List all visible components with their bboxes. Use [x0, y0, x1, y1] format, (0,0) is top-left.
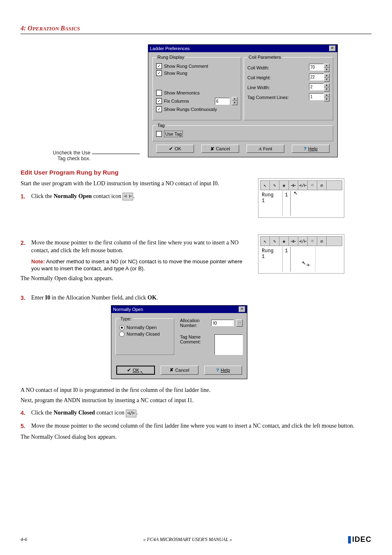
header-rule	[21, 34, 371, 34]
checkbox-fix-columns[interactable]: ✓	[156, 98, 162, 104]
label-fix-columns: Fix Columns	[164, 99, 189, 104]
page-number: 4-6	[21, 537, 27, 543]
after-dialog-text-1: A NO contact of input I0 is programmed i…	[21, 387, 371, 394]
label-show-rung: Show Rung	[164, 71, 187, 76]
step-4-text: Click the Normally Closed contact icon ⊣…	[31, 409, 371, 417]
label-show-mnemonics: Show Mnemonics	[164, 90, 200, 95]
step-2-text: Move the mouse pointer to the first colu…	[31, 239, 251, 255]
close-icon[interactable]: ✕	[239, 306, 245, 312]
rung-number-1: 1	[283, 191, 291, 216]
radio-normally-closed[interactable]	[119, 332, 125, 337]
coil-width-value[interactable]: 70	[309, 64, 324, 71]
rung-diagram-2: ↖ ✎ ◈ ⊣⊢ ⊣/⊢ ○ ⊘ Rung 1 1 ↖⊣⊢	[258, 234, 344, 274]
tool-pencil-icon[interactable]: ✎	[270, 181, 279, 190]
cursor-on-ok-icon: ↖	[140, 370, 143, 375]
toolbar-small-1: ↖ ✎ ◈ ⊣⊢ ⊣/⊢ ○ ⊘	[260, 180, 342, 190]
section-heading: Edit User Program Rung by Rung	[21, 169, 371, 176]
radio-normally-open[interactable]	[119, 325, 125, 330]
dialog-title: Ladder Preferences	[150, 46, 190, 51]
rung-diagram-1: ↖ ✎ ◈ ⊣⊢ ⊣/⊢ ○ ⊘ Rung 1 1 ↖	[258, 178, 344, 218]
tool-pointer-icon[interactable]: ↖	[261, 237, 270, 246]
footer-center: « FC4A MICROSMART USER'S MANUAL »	[143, 537, 232, 543]
rung-display-group: Rung Display ✓Show Rung Comment ✓Show Ru…	[152, 55, 241, 120]
step-number-4: 4.	[21, 409, 28, 417]
coil-width-spinner[interactable]: ▲▼	[324, 64, 330, 72]
tool-pencil-icon[interactable]: ✎	[270, 237, 279, 246]
rung-label-2: Rung 1	[260, 247, 283, 272]
label-tag-name-comment: Tag Name Comment:	[180, 334, 212, 344]
step-3-text: Enter I0 in the Allocation Number field,…	[31, 294, 371, 302]
step-5-text: Move the mouse pointer to the second col…	[31, 422, 371, 430]
tool-coil-off-icon[interactable]: ⊘	[317, 237, 327, 246]
checkbox-show-mnemonics[interactable]	[156, 90, 162, 96]
checkbox-show-rung[interactable]: ✓	[156, 70, 162, 76]
no-cancel-button[interactable]: ✘Cancel	[161, 366, 198, 375]
label-coil-height: Coil Height:	[247, 75, 271, 80]
coil-parameters-legend: Coil Parameters	[247, 55, 282, 60]
label-use-tag: Use Tag	[164, 131, 183, 137]
note-block: Note: Another method to insert a NO (or …	[31, 258, 251, 272]
fix-columns-value[interactable]: 6	[215, 98, 230, 105]
no-ok-button[interactable]: ✔OK↖	[116, 366, 155, 375]
step-number-1: 1.	[21, 193, 28, 200]
coil-height-value[interactable]: 22	[309, 74, 324, 81]
help-button[interactable]: ?Help	[292, 145, 330, 153]
tool-nc-contact-icon[interactable]: ⊣/⊢	[298, 181, 308, 190]
tag-name-comment-input[interactable]	[214, 334, 243, 355]
label-show-rungs-continuously: Show Rungs Continuously	[164, 107, 217, 112]
label-line-width: Line Width:	[247, 85, 270, 90]
checkbox-show-rung-comment[interactable]: ✓	[156, 63, 162, 69]
rung-number-2: 1	[283, 247, 291, 272]
after-dialog-text-2: Next, program the ANDN instruction by in…	[21, 397, 371, 405]
toolbar-small-2: ↖ ✎ ◈ ⊣⊢ ⊣/⊢ ○ ⊘	[260, 236, 342, 246]
label-show-rung-comment: Show Rung Comment	[164, 64, 208, 69]
callout-leader-line	[92, 154, 140, 154]
check-icon: ✔	[169, 146, 173, 152]
fix-columns-spinner[interactable]: ▲▼	[232, 97, 238, 105]
help-icon: ?	[216, 368, 219, 373]
tool-coil-off-icon[interactable]: ⊘	[317, 181, 327, 190]
ok-button[interactable]: ✔OK	[156, 145, 194, 153]
tool-no-contact-icon[interactable]: ⊣⊢	[289, 237, 298, 246]
tool-coil-icon[interactable]: ○	[308, 181, 317, 190]
tool-pointer-icon[interactable]: ↖	[261, 181, 270, 190]
ladder-preferences-dialog: Ladder Preferences ✕ Rung Display ✓Show …	[148, 44, 338, 157]
ellipsis-button[interactable]: ...	[236, 319, 243, 327]
step-number-3: 3.	[21, 294, 28, 302]
checkbox-show-rungs-continuously[interactable]: ✓	[156, 106, 162, 112]
tool-diamond-icon[interactable]: ◈	[279, 237, 289, 246]
step-1-text: Click the Normally Open contact icon ⊣ ⊢…	[31, 193, 251, 200]
after-step2-text: The Normally Open dialog box appears.	[21, 275, 251, 283]
page-footer: 4-6 « FC4A MICROSMART USER'S MANUAL » ID…	[21, 535, 371, 544]
allocation-number-input[interactable]: I0	[211, 320, 234, 326]
font-button[interactable]: AFont	[247, 145, 284, 153]
x-icon: ✘	[210, 146, 214, 152]
no-help-button[interactable]: ?Help	[204, 366, 242, 375]
tool-nc-contact-icon[interactable]: ⊣/⊢	[298, 237, 308, 246]
no-dialog-title: Normally Open	[113, 307, 143, 312]
tag-legend: Tag	[156, 123, 166, 128]
check-icon: ✔	[127, 367, 131, 373]
x-icon: ✘	[170, 367, 173, 373]
tag-comment-lines-value[interactable]: 1	[309, 93, 324, 100]
checkbox-use-tag[interactable]	[156, 131, 162, 137]
cancel-button[interactable]: ✘Cancel	[201, 145, 239, 153]
step-number-2: 2.	[21, 239, 28, 272]
coil-parameters-group: Coil Parameters Coil Width:70▲▼ Coil Hei…	[244, 55, 333, 120]
label-normally-closed: Normally Closed	[127, 332, 160, 336]
tool-coil-icon[interactable]: ○	[308, 237, 317, 246]
label-coil-width: Coil Width:	[247, 65, 269, 70]
tool-diamond-icon[interactable]: ◈	[279, 181, 289, 190]
cursor-arrow-icon: ↖	[294, 189, 298, 197]
help-icon: ?	[304, 146, 307, 151]
nc-contact-icon: ⊣/⊢	[126, 410, 136, 417]
label-tag-comment-lines: Tag Comment Lines:	[247, 95, 289, 100]
chapter-header: 4: OPERATION BASICS	[21, 25, 371, 32]
close-icon[interactable]: ✕	[329, 46, 336, 51]
tag-comment-lines-spinner[interactable]: ▲▼	[324, 93, 330, 101]
no-dialog-titlebar: Normally Open ✕	[111, 306, 247, 313]
line-width-spinner[interactable]: ▲▼	[324, 83, 330, 92]
type-group: Type: Normally Open Normally Closed	[115, 316, 174, 355]
line-width-value[interactable]: 2	[309, 83, 324, 90]
coil-height-spinner[interactable]: ▲▼	[324, 74, 330, 82]
